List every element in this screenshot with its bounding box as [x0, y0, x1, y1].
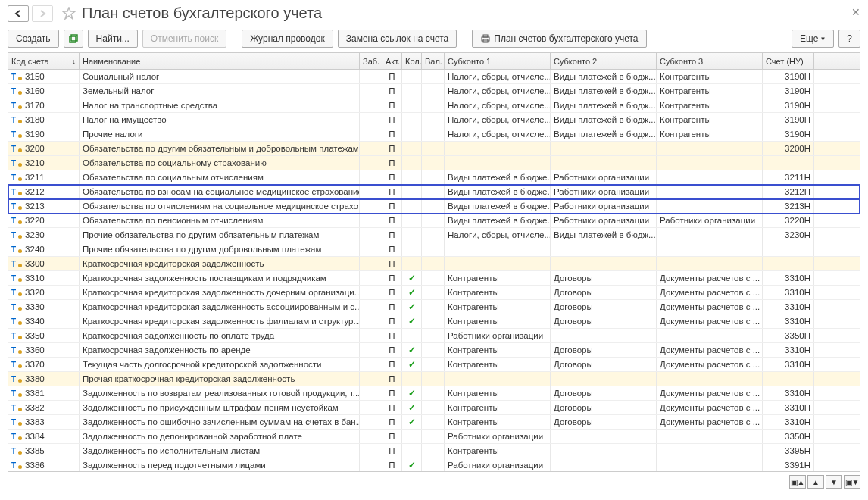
t-account-icon: T — [11, 260, 16, 268]
t-account-icon: T — [11, 274, 16, 283]
scroll-up-button[interactable]: ▲ — [807, 475, 824, 489]
cell-nu: 3190Н — [763, 84, 814, 98]
account-dot-icon — [18, 422, 22, 426]
journal-button[interactable]: Журнал проводок — [242, 30, 333, 48]
col-sub3[interactable]: Субконто 3 — [657, 53, 763, 69]
find-button[interactable]: Найти... — [88, 30, 138, 48]
favorite-icon[interactable] — [62, 7, 76, 20]
col-zab[interactable]: Заб. — [360, 53, 382, 69]
table-row[interactable]: T3213Обязательства по отчислениям на соц… — [8, 199, 860, 214]
cell-kol — [402, 372, 422, 386]
table-row[interactable]: T3340Краткосрочная кредиторская задолжен… — [8, 314, 860, 329]
account-dot-icon — [18, 436, 22, 440]
cell-zab — [360, 156, 382, 170]
cell-sub2: Виды платежей в бюдж... — [551, 127, 657, 141]
table-row[interactable]: T3383Задолженность по ошибочно зачисленн… — [8, 415, 860, 430]
code-value: 3350 — [25, 331, 45, 340]
help-button[interactable]: ? — [838, 30, 860, 48]
code-value: 3370 — [25, 360, 45, 369]
cell-sub2: Договоры — [551, 314, 657, 328]
cell-sub2: Договоры — [551, 271, 657, 285]
code-value: 3213 — [25, 202, 45, 211]
cell-name: Краткосрочная кредиторская задолженность… — [80, 286, 360, 299]
cell-val — [422, 444, 445, 458]
table-row[interactable]: T3230Прочие обязательства по другим обяз… — [8, 228, 860, 242]
table-row[interactable]: T3384Задолженность по депонированной зар… — [8, 430, 860, 444]
table-row[interactable]: T3350Краткосрочная задолженность по опла… — [8, 329, 860, 343]
cell-sub2: Договоры — [551, 415, 657, 429]
table-row[interactable]: T3300Краткосрочная кредиторская задолжен… — [8, 257, 860, 271]
cell-kol: ✓ — [402, 314, 422, 328]
cell-sub3: Документы расчетов с ... — [657, 358, 763, 371]
col-sub1[interactable]: Субконто 1 — [445, 53, 551, 69]
col-val[interactable]: Вал. — [422, 53, 445, 69]
cell-code: T3180 — [8, 113, 80, 127]
col-name[interactable]: Наименование — [80, 53, 360, 69]
table-row[interactable]: T3170Налог на транспортные средстваПНало… — [8, 98, 860, 113]
col-code[interactable]: Код счета↓ — [8, 53, 80, 69]
table-row[interactable]: T3330Краткосрочная кредиторская задолжен… — [8, 300, 860, 314]
cell-name: Обязательства по отчислениям на социальн… — [80, 199, 360, 213]
cell-val — [422, 329, 445, 342]
table-row[interactable]: T3320Краткосрочная кредиторская задолжен… — [8, 286, 860, 300]
scroll-bottom-button[interactable]: ▣▼ — [844, 475, 860, 489]
table-row[interactable]: T3200Обязательства по другим обязательны… — [8, 142, 860, 156]
create-button[interactable]: Создать — [8, 30, 59, 48]
cell-val — [422, 286, 445, 299]
scroll-top-button[interactable]: ▣▲ — [789, 475, 806, 489]
arrow-right-icon — [37, 9, 48, 18]
table-row[interactable]: T3385Задолженность по исполнительным лис… — [8, 444, 860, 458]
cell-sub2: Работники организации — [551, 199, 657, 213]
cell-code: T3385 — [8, 444, 80, 458]
table-row[interactable]: T3380Прочая краткосрочная кредиторская з… — [8, 372, 860, 386]
back-button[interactable] — [8, 5, 29, 22]
create-copy-button[interactable] — [64, 30, 83, 48]
copy-icon — [68, 33, 79, 44]
cell-sub1: Контрагенты — [445, 271, 551, 285]
table-row[interactable]: T3150Социальный налогПНалоги, сборы, отч… — [8, 70, 860, 84]
t-account-icon: T — [11, 346, 16, 355]
cell-val — [422, 70, 445, 83]
cell-val — [422, 242, 445, 256]
cell-akt: П — [382, 113, 402, 127]
table-row[interactable]: T3212Обязательства по взносам на социаль… — [8, 185, 860, 199]
col-kol[interactable]: Кол. — [402, 53, 422, 69]
cell-sub3 — [657, 142, 763, 155]
col-akt[interactable]: Акт. — [382, 53, 402, 69]
scroll-down-button[interactable]: ▼ — [826, 475, 842, 489]
cell-sub3 — [657, 430, 763, 443]
cell-akt: П — [382, 257, 402, 270]
col-sub2[interactable]: Субконто 2 — [551, 53, 657, 69]
code-value: 3383 — [25, 417, 45, 427]
table-row[interactable]: T3211Обязательства по социальным отчисле… — [8, 170, 860, 185]
cell-kol — [402, 430, 422, 443]
table-row[interactable]: T3160Земельный налогПНалоги, сборы, отчи… — [8, 84, 860, 98]
cell-sub2: Виды платежей в бюдж... — [551, 228, 657, 242]
table-row[interactable]: T3370Текущая часть долгосрочной кредитор… — [8, 358, 860, 372]
cell-kol: ✓ — [402, 386, 422, 400]
print-button[interactable]: План счетов бухгалтерского учета — [472, 30, 646, 48]
table-row[interactable]: T3190Прочие налогиПНалоги, сборы, отчисл… — [8, 127, 860, 142]
table-row[interactable]: T3310Краткосрочная задолженность поставщ… — [8, 271, 860, 286]
cell-zab — [360, 70, 382, 83]
code-value: 3170 — [25, 101, 45, 110]
more-button[interactable]: Еще ▼ — [792, 30, 834, 48]
cell-val — [422, 199, 445, 213]
table-row[interactable]: T3360Краткосрочная задолженность по арен… — [8, 343, 860, 358]
cancel-search-button[interactable]: Отменить поиск — [142, 30, 226, 48]
replace-links-button[interactable]: Замена ссылок на счета — [338, 30, 457, 48]
cell-kol — [402, 257, 422, 270]
table-row[interactable]: T3386Задолженность перед подотчетными ли… — [8, 458, 860, 472]
col-nu[interactable]: Счет (НУ) — [763, 53, 814, 69]
table-row[interactable]: T3382Задолженность по присужденным штраф… — [8, 401, 860, 415]
cell-zab — [360, 415, 382, 429]
table-row[interactable]: T3180Налог на имуществоПНалоги, сборы, о… — [8, 113, 860, 127]
close-icon[interactable]: ✕ — [851, 6, 860, 18]
t-account-icon: T — [11, 303, 16, 311]
cell-name: Налог на транспортные средства — [80, 98, 360, 112]
table-row[interactable]: T3220Обязательства по пенсионным отчисле… — [8, 214, 860, 228]
forward-button[interactable] — [32, 5, 53, 22]
table-row[interactable]: T3381Задолженность по возвратам реализов… — [8, 386, 860, 401]
table-row[interactable]: T3240Прочие обязательства по другим добр… — [8, 242, 860, 257]
table-row[interactable]: T3210Обязательства по социальному страхо… — [8, 156, 860, 170]
